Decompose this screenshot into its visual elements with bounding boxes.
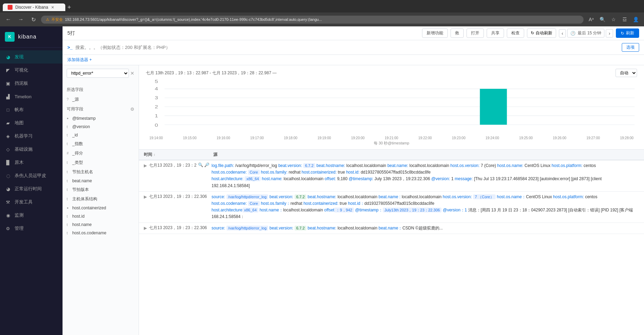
help-button[interactable]: 救 [451,28,464,38]
uptime-icon: ◕ [5,186,11,192]
new-tab-button[interactable]: + [67,4,71,11]
open-button[interactable]: 打开 [467,28,484,38]
field-name: host.name [72,222,92,227]
search-prefix: >_ [67,45,73,50]
sidebar-item-management[interactable]: ⚙ 管理 [0,222,63,235]
tab-favicon [8,5,13,10]
ml-icon: ◈ [5,133,11,139]
options-button[interactable]: 选项 [622,43,639,52]
sidebar-item-monitor[interactable]: ◉ 监测 [0,209,63,222]
profile-icon[interactable]: 👤 [631,15,641,24]
field-item-index[interactable]: t _指数 [67,139,134,149]
toolbar-icons: Aᵃ 🔍 ☆ ☲ 👤 [586,15,641,24]
sidebar-item-devtools[interactable]: ⚒ 开发工具 [0,195,63,209]
field-item-version[interactable]: t @version [67,123,134,131]
index-clear-button[interactable]: ✕ [130,70,134,76]
field-type-icon: ? [67,98,70,101]
field-item-id[interactable]: t _id [67,131,134,139]
reload-button[interactable]: ↻ [28,15,38,24]
expand-button[interactable]: ▶ [144,194,147,199]
address-bar[interactable]: ⚠ 不安全 192.168.24.73:5601/app/kibana#/dis… [41,16,584,24]
content-area: httpd_error* ✕ 所选字段 ? _源 可用字段 ⚙ [63,65,644,335]
field-item-score[interactable]: # _得分 [67,149,134,158]
field-name: @timestamp [72,116,96,121]
svg-text:1: 1 [155,113,158,118]
field-item-timestamp[interactable]: ● @timestamp [67,114,134,123]
field-item-beat-hostname[interactable]: t 节拍主机名 [67,167,134,177]
browser-tabs: Discover - Kibana ✕ + [0,0,644,12]
sidebar-item-infra[interactable]: ◇ 基础设施 [0,143,63,156]
forward-button[interactable]: → [16,15,26,24]
sidebar-item-dashboard[interactable]: ▣ 挡泥板 [0,77,63,90]
time-display: 🕐 最后 15 分钟 [567,29,604,37]
field-item-type[interactable]: t _类型 [67,158,134,167]
favorites-icon[interactable]: ☲ [620,15,629,24]
sidebar-item-uptime[interactable]: ◕ 正常运行时间 [0,182,63,195]
index-dropdown[interactable]: httpd_error* [67,69,129,78]
active-tab[interactable]: Discover - Kibana ✕ [3,3,65,11]
reader-icon[interactable]: 🔍 [597,15,607,24]
zoom-out-icon[interactable]: 🔎 [204,162,209,167]
time-column-header: 时间 ↕ [144,152,213,158]
field-item-beat-name[interactable]: t beat.name [67,177,134,185]
field-item-host-codename[interactable]: t host.os.codename [67,229,134,237]
field-type-icon: t [67,179,70,183]
sidebar-item-logs[interactable]: ▉ 原木 [0,156,63,169]
bookmark-icon[interactable]: ☆ [609,15,618,24]
field-item-host-arch[interactable]: t 主机体系结构 [67,194,134,204]
sort-icon[interactable]: ↕ [154,153,155,157]
auto-refresh-button[interactable]: ↻ 自动刷新 [527,28,556,38]
refresh-button[interactable]: ↻ 刷新 [616,28,639,38]
expand-button[interactable]: ▶ [144,163,147,168]
time-forward-button[interactable]: › [606,29,613,37]
zoom-in-icon[interactable]: 🔍 [198,162,203,167]
security-label: 不安全 [51,17,63,22]
sidebar-item-timelion[interactable]: ▟ Timelion [0,90,63,103]
field-type-icon: t [67,125,70,129]
refresh-icon: ↻ [621,31,624,36]
chart-bar-icon: ◤ [5,67,11,73]
search-input[interactable] [75,45,619,50]
app: K kibana ◕ 发现 ◤ 可视化 ▣ 挡泥板 ▟ Timelion □ [0,26,644,335]
add-filter-button[interactable]: 添加筛选器 + [67,57,92,63]
sidebar-item-discover[interactable]: ◕ 发现 [0,50,63,64]
inspect-button[interactable]: 检查 [507,28,524,38]
field-item-host-containerized[interactable]: ● host.containerized [67,204,134,212]
fields-gear-icon[interactable]: ⚙ [130,107,134,112]
field-type-icon: t [67,170,70,174]
translate-icon[interactable]: Aᵃ [586,15,596,24]
time-back-button[interactable]: ‹ [559,29,566,37]
sidebar-item-canvas[interactable]: □ 帆布 [0,103,63,116]
field-item-host-id[interactable]: t host.id [67,212,134,220]
sidebar-label-dashboard: 挡泥板 [15,80,28,86]
field-name: _id [72,133,78,137]
back-button[interactable]: ← [3,15,13,24]
sidebar-item-maps[interactable]: ▰ 地图 [0,116,63,129]
sidebar-item-ml[interactable]: ◈ 机器学习 [0,129,63,143]
sidebar: K kibana ◕ 发现 ◤ 可视化 ▣ 挡泥板 ▟ Timelion □ [0,26,63,335]
new-feature-button[interactable]: 新增功能 [422,28,448,38]
field-name: @version [72,124,90,129]
chart-container: 0 1 2 3 4 5 [146,80,637,135]
share-button[interactable]: 共享 [487,28,504,38]
right-panel: 七月 13th 2023，19：13：22.987 - 七月 13 2023，1… [139,65,644,335]
sidebar-item-siem[interactable]: ◌ 杀伤人员运甲皮 [0,169,63,182]
tab-close-btn[interactable]: ✕ [51,5,54,10]
selected-fields-list: ? _源 [63,95,139,104]
available-fields-list: ● @timestamp t @version t _id t _指数 [63,114,139,237]
field-name: 节拍版本 [72,187,89,193]
search-bar: >_ 选项 [63,40,644,55]
field-item-host-name[interactable]: t host.name [67,220,134,229]
sidebar-item-visualize[interactable]: ◤ 可视化 [0,64,63,77]
index-section: httpd_error* ✕ [63,65,139,85]
log-time: 七月13 2023，19：23：2 🔍 🔎 [149,162,212,168]
sidebar-label-siem: 杀伤人员运甲皮 [15,173,46,179]
expand-button[interactable]: ▶ [144,226,147,231]
available-fields-label: 可用字段 [67,106,83,112]
log-source: source: /var/log/httpd/error_log beat.ve… [212,225,639,232]
field-item-source[interactable]: ? _源 [67,95,134,104]
available-fields-header: 可用字段 ⚙ [63,104,139,114]
field-item-beat-version[interactable]: t 节拍版本 [67,185,134,194]
chart-auto-select[interactable]: 自动 [616,69,637,77]
table-header: 时间 ↕ 源 [139,150,644,160]
